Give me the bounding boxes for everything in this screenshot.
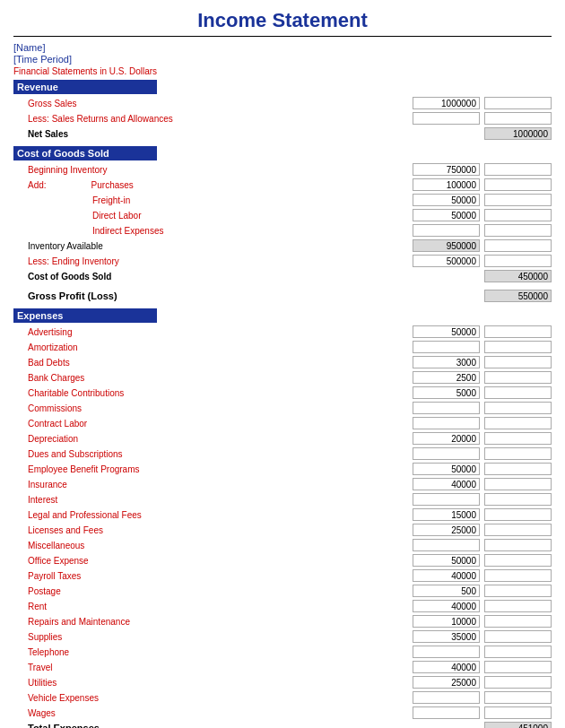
expense-row-8: Dues and Subscriptions xyxy=(13,446,552,461)
purchases-col1[interactable]: 100000 xyxy=(413,178,480,191)
expense-col2-4[interactable] xyxy=(484,386,552,399)
gross-sales-label: Gross Sales xyxy=(13,99,76,108)
expense-col2-2[interactable] xyxy=(484,356,552,368)
expense-col2-0[interactable] xyxy=(484,325,552,338)
expense-col2-8[interactable] xyxy=(484,447,552,460)
freight-col2[interactable] xyxy=(484,194,552,206)
expense-col1-1[interactable] xyxy=(413,341,480,353)
expense-col2-25[interactable] xyxy=(484,706,552,719)
row-add-purchases: Add: Purchases 100000 xyxy=(13,178,552,192)
expense-label-1: Amortization xyxy=(13,342,78,352)
expense-label-26: Total Expenses xyxy=(13,723,100,728)
expense-col2-15[interactable] xyxy=(484,554,552,567)
freight-col1[interactable]: 50000 xyxy=(413,194,480,206)
expense-col2-10[interactable] xyxy=(484,478,552,490)
expense-col1-22[interactable]: 40000 xyxy=(413,661,480,673)
gross-profit-col2[interactable]: 550000 xyxy=(484,290,552,302)
gross-sales-col2[interactable] xyxy=(484,97,552,109)
expense-col2-24[interactable] xyxy=(484,691,552,704)
expense-col1-10[interactable]: 40000 xyxy=(413,478,480,490)
row-net-sales: Net Sales 1000000 xyxy=(13,126,552,141)
expense-col1-13[interactable]: 25000 xyxy=(413,524,480,536)
expense-col1-7[interactable]: 20000 xyxy=(413,432,480,445)
expense-col1-0[interactable]: 50000 xyxy=(413,325,480,338)
inventory-available-col1[interactable]: 950000 xyxy=(413,239,480,252)
expense-col2-1[interactable] xyxy=(484,341,552,353)
indirect-expenses-col2[interactable] xyxy=(484,224,552,237)
row-gross-profit: Gross Profit (Loss) 550000 xyxy=(13,289,552,303)
indirect-expenses-col1[interactable] xyxy=(413,224,480,237)
expense-col2-26[interactable]: 451000 xyxy=(484,722,552,728)
expense-col1-9[interactable]: 50000 xyxy=(413,463,480,475)
expense-col1-4[interactable]: 5000 xyxy=(413,386,480,399)
expense-row-14: Miscellaneous xyxy=(13,538,552,552)
row-indirect-expenses: Indirect Expenses xyxy=(13,223,552,238)
expense-col2-22[interactable] xyxy=(484,661,552,673)
direct-labor-col2[interactable] xyxy=(484,209,552,221)
expense-col2-14[interactable] xyxy=(484,539,552,551)
direct-labor-label: Direct Labor xyxy=(13,211,141,221)
expense-col1-21[interactable] xyxy=(413,646,480,658)
expense-col1-5[interactable] xyxy=(413,402,480,414)
expense-label-12: Legal and Professional Fees xyxy=(13,510,142,520)
expense-label-25: Wages xyxy=(13,708,56,718)
expense-row-24: Vehicle Expenses xyxy=(13,690,552,705)
expense-col1-24[interactable] xyxy=(413,691,480,704)
expense-col1-15[interactable]: 50000 xyxy=(413,554,480,567)
expense-col2-3[interactable] xyxy=(484,371,552,384)
expense-col1-6[interactable] xyxy=(413,417,480,429)
beginning-inventory-col2[interactable] xyxy=(484,163,552,176)
expense-col2-16[interactable] xyxy=(484,569,552,582)
row-inventory-available: Inventory Available 950000 xyxy=(13,238,552,253)
expense-col2-17[interactable] xyxy=(484,585,552,597)
expense-col1-20[interactable]: 35000 xyxy=(413,630,480,643)
expense-col2-11[interactable] xyxy=(484,493,552,506)
expense-col2-19[interactable] xyxy=(484,615,552,628)
expense-row-9: Employee Benefit Programs50000 xyxy=(13,462,552,476)
expense-col1-2[interactable]: 3000 xyxy=(413,356,480,368)
inventory-available-label: Inventory Available xyxy=(13,241,103,251)
direct-labor-col1[interactable]: 50000 xyxy=(413,209,480,221)
expense-label-6: Contract Labor xyxy=(13,419,87,429)
expenses-rows: Advertising50000AmortizationBad Debts300… xyxy=(13,325,552,728)
net-sales-col2[interactable]: 1000000 xyxy=(484,127,552,140)
sales-returns-col1[interactable] xyxy=(413,112,480,125)
expense-col1-8[interactable] xyxy=(413,447,480,460)
expense-col2-12[interactable] xyxy=(484,508,552,521)
expense-col1-17[interactable]: 500 xyxy=(413,585,480,597)
beginning-inventory-col1[interactable]: 750000 xyxy=(413,163,480,176)
expense-row-15: Office Expense50000 xyxy=(13,553,552,568)
expense-col1-12[interactable]: 15000 xyxy=(413,508,480,521)
expense-row-1: Amortization xyxy=(13,340,552,354)
expense-col2-7[interactable] xyxy=(484,432,552,445)
expense-col1-25[interactable] xyxy=(413,706,480,719)
expense-col1-18[interactable]: 40000 xyxy=(413,600,480,612)
expense-col1-3[interactable]: 2500 xyxy=(413,371,480,384)
expense-label-0: Advertising xyxy=(13,327,72,337)
expense-col1-16[interactable]: 40000 xyxy=(413,569,480,582)
expense-col1-11[interactable] xyxy=(413,493,480,506)
inventory-available-col2[interactable] xyxy=(484,239,552,252)
cogs-total-col2[interactable]: 450000 xyxy=(484,270,552,282)
expense-col1-14[interactable] xyxy=(413,539,480,551)
expense-col2-6[interactable] xyxy=(484,417,552,429)
expense-col2-13[interactable] xyxy=(484,524,552,536)
currency-note: Financial Statements in U.S. Dollars xyxy=(13,66,552,76)
expense-row-2: Bad Debts3000 xyxy=(13,355,552,369)
expense-col1-23[interactable]: 25000 xyxy=(413,676,480,689)
sales-returns-col2[interactable] xyxy=(484,112,552,125)
expense-col2-18[interactable] xyxy=(484,600,552,612)
expense-col1-19[interactable]: 10000 xyxy=(413,615,480,628)
indirect-expenses-label: Indirect Expenses xyxy=(13,226,164,236)
ending-inventory-col2[interactable] xyxy=(484,255,552,267)
page-title: Income Statement xyxy=(13,9,552,32)
gross-sales-col1[interactable]: 1000000 xyxy=(413,97,480,109)
expense-col2-23[interactable] xyxy=(484,676,552,689)
ending-inventory-col1[interactable]: 500000 xyxy=(413,255,480,267)
period-placeholder: [Time Period] xyxy=(13,54,552,65)
expense-col2-5[interactable] xyxy=(484,402,552,414)
expense-col2-21[interactable] xyxy=(484,646,552,658)
expense-col2-20[interactable] xyxy=(484,630,552,643)
expense-col2-9[interactable] xyxy=(484,463,552,475)
purchases-col2[interactable] xyxy=(484,178,552,191)
